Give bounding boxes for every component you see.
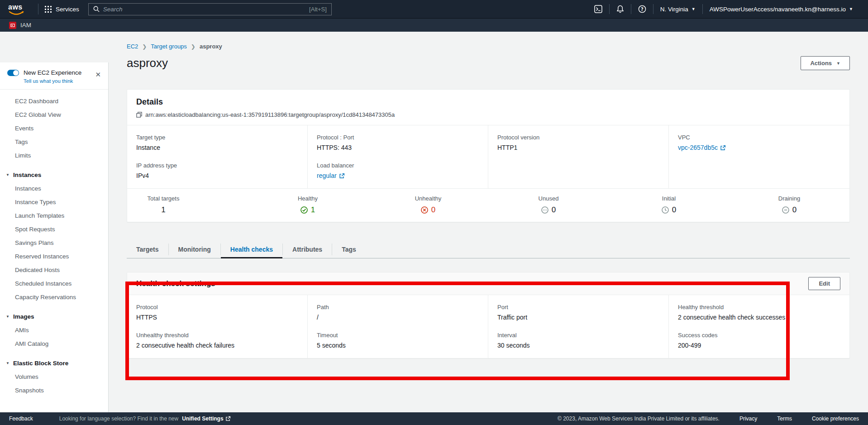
field-value: HTTP1: [497, 144, 659, 151]
summary-value: 0: [431, 205, 435, 215]
sidebar-item-ec2-global-view[interactable]: EC2 Global View: [0, 108, 108, 121]
summary-value: 0: [792, 205, 796, 215]
favorites-bar: IAM: [0, 18, 868, 32]
field-value: HTTPS: 443: [317, 144, 479, 151]
sidebar-item-label: EC2 Global View: [15, 111, 61, 118]
breadcrumb-ec2-link[interactable]: EC2: [127, 43, 138, 50]
field-label: Protocol: [136, 304, 298, 310]
sidebar-item-volumes[interactable]: Volumes: [0, 370, 108, 383]
external-link-icon: [339, 173, 345, 179]
sidebar-item-dedicated-hosts[interactable]: Dedicated Hosts: [0, 263, 108, 277]
summary-label: Draining: [729, 195, 849, 202]
details-title: Details: [136, 97, 840, 107]
new-experience-toggle[interactable]: [7, 70, 19, 76]
sidebar-section-images[interactable]: ▼Images: [0, 310, 108, 323]
summary-label: Unhealthy: [368, 195, 488, 202]
sidebar-item-amis[interactable]: AMIs: [0, 323, 108, 337]
search-input[interactable]: [103, 6, 305, 13]
page-title: asproxy: [127, 56, 168, 70]
summary-unused: Unused 0: [488, 195, 609, 215]
summary-initial: Initial 0: [609, 195, 729, 215]
new-experience-title: New EC2 Experience: [24, 69, 81, 76]
sidebar-section-instances[interactable]: ▼Instances: [0, 168, 108, 181]
privacy-link[interactable]: Privacy: [739, 415, 757, 422]
summary-total-targets: Total targets 1: [127, 195, 200, 215]
sidebar-item-scheduled-instances[interactable]: Scheduled Instances: [0, 277, 108, 290]
tab-bar: Targets Monitoring Health checks Attribu…: [127, 240, 850, 258]
actions-button[interactable]: Actions ▼: [801, 56, 850, 70]
account-menu[interactable]: AWSPowerUserAccess/navaneeth.kn@harness.…: [703, 6, 860, 13]
target-group-arn: arn:aws:elasticloadbalancing:us-east-1:3…: [145, 111, 395, 118]
cookie-preferences-link[interactable]: Cookie preferences: [812, 415, 859, 422]
field-value: HTTPS: [136, 314, 298, 321]
sidebar: New EC2 Experience Tell us what you thin…: [0, 32, 109, 412]
sidebar-item-tags[interactable]: Tags: [0, 135, 108, 148]
copy-icon[interactable]: [136, 112, 142, 118]
field-value: 30 seconds: [497, 342, 659, 349]
favorite-iam-link[interactable]: IAM: [20, 22, 31, 29]
sidebar-section-label: Instances: [13, 172, 41, 178]
help-icon: ?: [638, 5, 646, 13]
unified-settings-link[interactable]: Unified Settings: [182, 415, 230, 422]
feedback-link[interactable]: Feedback: [9, 415, 33, 422]
main-content: EC2 ❯ Target groups ❯ asproxy asproxy Ac…: [109, 32, 868, 412]
sidebar-item-ami-catalog[interactable]: AMI Catalog: [0, 337, 108, 350]
field-value: Instance: [136, 144, 298, 151]
sidebar-item-label: Volumes: [15, 373, 38, 380]
field-label: Unhealthy threshold: [136, 332, 298, 339]
svg-text:?: ?: [641, 7, 644, 12]
sidebar-item-label: Dedicated Hosts: [15, 267, 60, 273]
chevron-down-icon: ▼: [849, 7, 853, 11]
details-column: Protocol : PortHTTPS: 443 Load balancer …: [308, 125, 488, 188]
field-label: Timeout: [317, 332, 479, 339]
health-check-settings-title: Health check settings: [136, 279, 215, 288]
sidebar-item-reserved-instances[interactable]: Reserved Instances: [0, 249, 108, 263]
edit-button[interactable]: Edit: [808, 277, 840, 290]
tell-us-link[interactable]: Tell us what you think: [24, 78, 101, 84]
sidebar-item-instance-types[interactable]: Instance Types: [0, 195, 108, 209]
aws-smile-icon: [9, 11, 24, 16]
summary-value: 0: [552, 205, 556, 215]
tab-tags[interactable]: Tags: [332, 240, 366, 258]
sidebar-section-elastic-block-store[interactable]: ▼Elastic Block Store: [0, 356, 108, 370]
services-menu-button[interactable]: Services: [45, 6, 79, 13]
sidebar-item-snapshots[interactable]: Snapshots: [0, 383, 108, 397]
close-icon[interactable]: ✕: [95, 71, 101, 79]
breadcrumb-target-groups-link[interactable]: Target groups: [151, 43, 187, 50]
region-selector[interactable]: N. Virginia ▼: [653, 6, 702, 13]
initial-clock-icon: [662, 206, 669, 214]
nav-divider: [38, 4, 38, 14]
sidebar-item-events[interactable]: Events: [0, 121, 108, 135]
sidebar-item-label: EC2 Dashboard: [15, 98, 58, 105]
link-text: vpc-2657db5c: [678, 144, 718, 151]
health-column: Path/ Timeout5 seconds: [308, 295, 488, 358]
health-column: ProtocolHTTPS Unhealthy threshold2 conse…: [127, 295, 308, 358]
help-button[interactable]: ?: [631, 5, 653, 13]
tab-attributes[interactable]: Attributes: [283, 240, 332, 258]
sidebar-item-ec2-dashboard[interactable]: EC2 Dashboard: [0, 94, 108, 108]
global-search[interactable]: [Alt+S]: [88, 3, 332, 15]
field-value: 2 consecutive health check successes: [678, 314, 840, 321]
load-balancer-link[interactable]: regular: [317, 172, 479, 179]
chevron-down-icon: ▼: [692, 7, 696, 11]
vpc-link[interactable]: vpc-2657db5c: [678, 144, 840, 151]
summary-label: Initial: [609, 195, 729, 202]
language-hint: Looking for language selection? Find it …: [59, 415, 231, 422]
tab-monitoring[interactable]: Monitoring: [169, 240, 220, 258]
aws-logo[interactable]: aws: [8, 3, 25, 15]
sidebar-item-instances[interactable]: Instances: [0, 181, 108, 195]
terms-link[interactable]: Terms: [777, 415, 792, 422]
tab-targets[interactable]: Targets: [127, 240, 168, 258]
sidebar-item-capacity-reservations[interactable]: Capacity Reservations: [0, 290, 108, 304]
sidebar-item-savings-plans[interactable]: Savings Plans: [0, 236, 108, 249]
sidebar-item-launch-templates[interactable]: Launch Templates: [0, 209, 108, 222]
summary-value: 1: [161, 205, 165, 215]
cloudshell-button[interactable]: [587, 5, 609, 13]
field-label: Protocol version: [497, 134, 659, 141]
notifications-button[interactable]: [610, 5, 631, 13]
field-value: /: [317, 314, 479, 321]
sidebar-item-spot-requests[interactable]: Spot Requests: [0, 222, 108, 236]
sidebar-item-label: Instances: [15, 185, 41, 192]
sidebar-item-limits[interactable]: Limits: [0, 148, 108, 162]
tab-health-checks[interactable]: Health checks: [221, 240, 282, 258]
